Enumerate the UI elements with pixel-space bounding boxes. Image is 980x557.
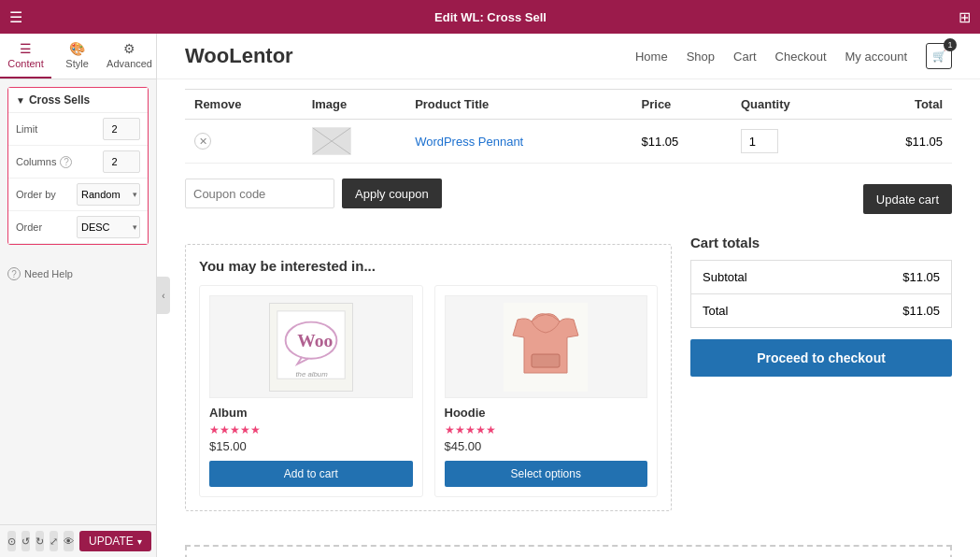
hoodie-rating: ★★★★★ xyxy=(445,423,648,436)
tab-content[interactable]: ☰ Content xyxy=(0,34,51,79)
hoodie-name: Hoodie xyxy=(445,406,648,420)
top-bar: ☰ Edit WL: Cross Sell ⊞ xyxy=(0,0,980,34)
remove-item-button[interactable]: ✕ xyxy=(194,133,211,150)
order-by-select[interactable]: Random Date ID Title xyxy=(77,183,140,206)
nav-checkout[interactable]: Checkout xyxy=(775,50,827,64)
col-title: Product Title xyxy=(405,90,632,120)
cross-sells-header[interactable]: ▼ Cross Sells xyxy=(8,88,148,113)
columns-row: Columns ? xyxy=(8,146,148,179)
order-label: Order xyxy=(16,221,77,233)
products-grid: Woo the album Album ★★★★★ $15.00 xyxy=(199,285,658,497)
sidebar-footer: ⊙ ↺ ↻ ⤢ 👁 UPDATE ▾ xyxy=(0,524,156,557)
site-nav: Home Shop Cart Checkout My account 🛒 1 xyxy=(635,43,952,69)
columns-info-icon: ? xyxy=(60,156,72,168)
hamburger-icon[interactable]: ☰ xyxy=(9,8,22,26)
add-to-cart-button[interactable]: Add to cart xyxy=(209,461,413,487)
tab-advanced[interactable]: ⚙ Advanced xyxy=(103,34,156,79)
sidebar-tabs: ☰ Content 🎨 Style ⚙ Advanced xyxy=(0,34,156,79)
subtotal-label: Subtotal xyxy=(691,261,830,294)
site-header: WooLentor Home Shop Cart Checkout My acc… xyxy=(157,34,980,79)
album-price: $15.00 xyxy=(209,439,413,453)
collapse-handle[interactable]: ‹ xyxy=(157,277,170,314)
need-help-row[interactable]: ? Need Help xyxy=(0,260,156,288)
order-select-wrapper: DESC ASC xyxy=(77,216,140,238)
cart-table: Remove Image Product Title Price Quantit… xyxy=(185,89,952,164)
settings-icon[interactable]: ⊙ xyxy=(7,531,16,551)
top-bar-title: Edit WL: Cross Sell xyxy=(434,10,547,24)
order-by-select-wrapper: Random Date ID Title xyxy=(77,183,140,206)
cart-wrapper: Remove Image Product Title Price Quantit… xyxy=(157,79,980,530)
nav-shop[interactable]: Shop xyxy=(687,50,715,64)
album-image: Woo the album xyxy=(209,295,413,398)
total-label: Total xyxy=(691,294,830,328)
cart-icon-badge[interactable]: 🛒 1 xyxy=(926,43,952,69)
drag-widget-area[interactable]: + ⋮ Drag widget here xyxy=(185,545,952,557)
svg-text:Woo: Woo xyxy=(297,331,333,350)
order-row: Order DESC ASC xyxy=(8,211,148,244)
order-select[interactable]: DESC ASC xyxy=(77,216,140,238)
hoodie-price: $45.00 xyxy=(445,439,648,453)
sidebar: ☰ Content 🎨 Style ⚙ Advanced ▼ Cross Sel… xyxy=(0,34,157,557)
total-row: Total $11.05 xyxy=(691,294,952,328)
col-remove: Remove xyxy=(185,90,303,120)
product-card-hoodie: Hoodie ★★★★★ $45.00 Select options xyxy=(434,285,659,497)
tab-style[interactable]: 🎨 Style xyxy=(51,34,103,79)
limit-label: Limit xyxy=(16,123,103,135)
undo-icon[interactable]: ↺ xyxy=(21,531,30,551)
style-tab-icon: 🎨 xyxy=(55,41,99,56)
help-icon: ? xyxy=(7,267,21,280)
svg-rect-9 xyxy=(532,354,560,367)
coupon-row: Apply coupon xyxy=(185,179,442,208)
nav-home[interactable]: Home xyxy=(635,50,668,64)
subtotal-row: Subtotal $11.05 xyxy=(691,261,952,294)
quantity-input[interactable] xyxy=(741,129,778,153)
advanced-tab-icon: ⚙ xyxy=(107,41,152,56)
redo-icon[interactable]: ↻ xyxy=(36,531,44,551)
select-options-button[interactable]: Select options xyxy=(445,461,648,487)
product-title-link[interactable]: WordPress Pennant xyxy=(415,135,523,149)
col-image: Image xyxy=(303,90,405,120)
product-card-album: Woo the album Album ★★★★★ $15.00 xyxy=(199,285,423,497)
apply-coupon-button[interactable]: Apply coupon xyxy=(342,179,442,208)
album-rating: ★★★★★ xyxy=(209,423,413,436)
cart-count: 1 xyxy=(944,38,957,51)
cross-sells-panel: ▼ Cross Sells Limit Columns ? xyxy=(7,87,149,245)
content-tab-icon: ☰ xyxy=(4,41,48,56)
preview-icon[interactable]: 👁 xyxy=(64,531,74,551)
coupon-input[interactable] xyxy=(185,179,334,208)
col-total: Total xyxy=(853,90,952,120)
update-cart-button[interactable]: Update cart xyxy=(863,184,952,214)
cross-sells-title: You may be interested in... xyxy=(199,258,658,274)
update-button[interactable]: UPDATE ▾ xyxy=(79,531,151,551)
nav-cart[interactable]: Cart xyxy=(733,50,757,64)
columns-input[interactable] xyxy=(103,150,140,173)
cart-totals: Cart totals Subtotal $11.05 Total $11.05 xyxy=(690,235,952,377)
svg-text:the album: the album xyxy=(295,370,328,378)
col-price: Price xyxy=(632,90,731,120)
limit-row: Limit xyxy=(8,113,148,146)
update-arrow-icon: ▾ xyxy=(137,536,142,547)
hoodie-image xyxy=(445,295,648,398)
limit-input[interactable] xyxy=(103,118,140,140)
product-price: $11.05 xyxy=(632,120,731,164)
subtotal-value: $11.05 xyxy=(829,261,951,294)
site-logo: WooLentor xyxy=(185,44,293,68)
cart-item-row: ✕ WordPress Pennant $11.05 $11.05 xyxy=(185,120,952,164)
cart-bottom-section: You may be interested in... xyxy=(185,235,952,511)
grid-icon[interactable]: ⊞ xyxy=(959,8,971,26)
nav-my-account[interactable]: My account xyxy=(845,50,907,64)
product-image xyxy=(312,127,351,155)
order-by-row: Order by Random Date ID Title xyxy=(8,179,148,211)
cart-totals-title: Cart totals xyxy=(690,235,952,250)
totals-table: Subtotal $11.05 Total $11.05 xyxy=(690,260,952,328)
album-name: Album xyxy=(209,406,413,420)
columns-label: Columns ? xyxy=(16,156,103,168)
responsive-icon[interactable]: ⤢ xyxy=(50,531,58,551)
proceed-to-checkout-button[interactable]: Proceed to checkout xyxy=(690,339,952,377)
content-area: WooLentor Home Shop Cart Checkout My acc… xyxy=(157,34,980,557)
order-by-label: Order by xyxy=(16,189,77,200)
cross-sells-section: You may be interested in... xyxy=(185,244,672,511)
item-total: $11.05 xyxy=(853,120,952,164)
col-quantity: Quantity xyxy=(731,90,853,120)
total-value: $11.05 xyxy=(829,294,951,328)
